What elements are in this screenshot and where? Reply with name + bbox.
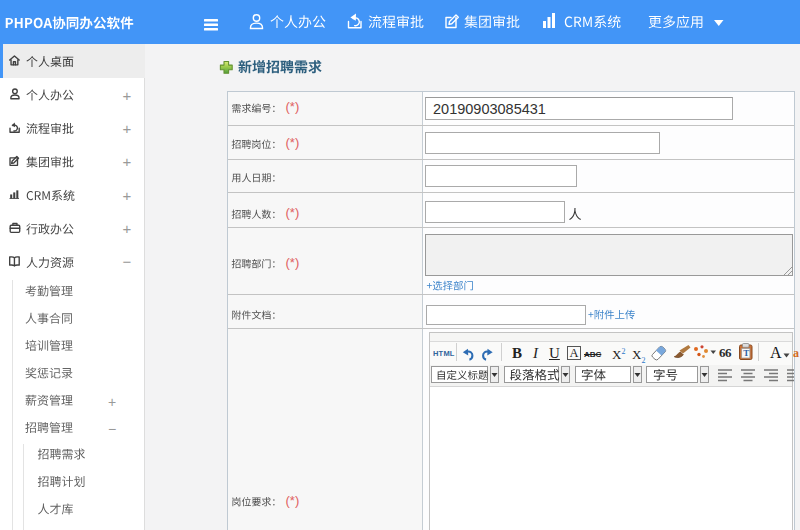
svg-text:66: 66 bbox=[719, 345, 732, 360]
svg-text:T: T bbox=[743, 348, 749, 358]
svg-text:a: a bbox=[793, 346, 799, 360]
